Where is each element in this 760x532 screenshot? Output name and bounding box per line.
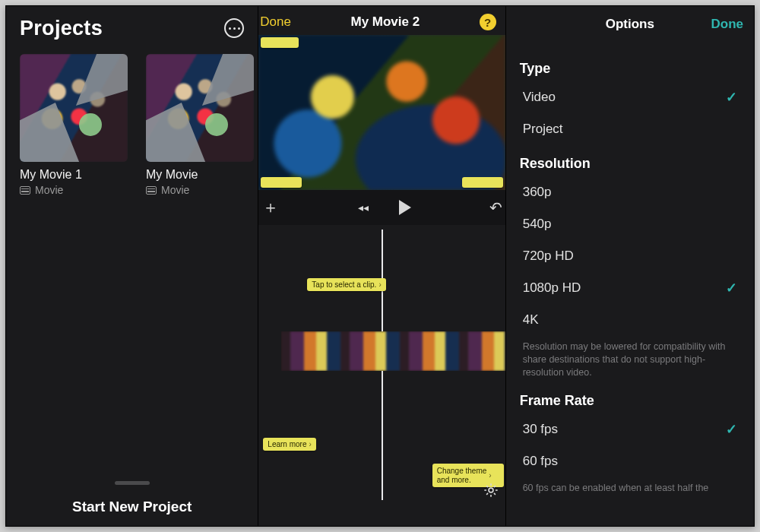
options-panel: Options Done Type Video ✓ Project ✓ Reso… bbox=[506, 6, 754, 526]
movie-icon bbox=[146, 186, 157, 195]
tooltip-learn-more[interactable]: Learn more › bbox=[263, 438, 315, 451]
section-label-type: Type bbox=[506, 56, 754, 81]
project-name: My Movie 1 bbox=[20, 168, 128, 182]
project-item[interactable]: My Movie Movie bbox=[146, 54, 254, 196]
checkmark-icon: ✓ bbox=[726, 421, 737, 438]
checkmark-icon: ✓ bbox=[726, 280, 737, 296]
tooltip-tip[interactable] bbox=[261, 177, 302, 188]
video-preview[interactable] bbox=[258, 35, 505, 190]
option-row-video[interactable]: Video ✓ bbox=[506, 81, 754, 113]
help-icon[interactable]: ? bbox=[480, 14, 496, 30]
section-label-resolution: Resolution bbox=[506, 145, 754, 176]
editor-panel: Done My Movie 2 ? ＋ ◂◂ ↶ Tap to select a… bbox=[258, 6, 505, 526]
tooltip-tip[interactable] bbox=[462, 177, 503, 188]
option-row-4k[interactable]: 4K ✓ bbox=[506, 304, 754, 336]
option-row-540p[interactable]: 540p ✓ bbox=[506, 208, 754, 240]
options-title: Options bbox=[606, 17, 654, 32]
project-type: Movie bbox=[20, 184, 128, 196]
project-name: My Movie bbox=[146, 168, 254, 182]
project-item[interactable]: My Movie 1 Movie bbox=[20, 54, 128, 196]
option-row-30fps[interactable]: 30 fps ✓ bbox=[506, 413, 754, 445]
play-icon[interactable] bbox=[399, 200, 411, 215]
skip-back-icon[interactable]: ◂◂ bbox=[358, 201, 369, 214]
project-thumbnail[interactable] bbox=[146, 54, 254, 162]
chevron-right-icon: › bbox=[489, 471, 491, 480]
project-thumbnail[interactable] bbox=[20, 54, 128, 162]
resolution-note: Resolution may be lowered for compatibil… bbox=[506, 336, 754, 382]
chevron-right-icon: › bbox=[378, 280, 381, 289]
done-button[interactable]: Done bbox=[258, 14, 291, 30]
framerate-note: 60 fps can be enabled when at least half… bbox=[506, 477, 754, 498]
tooltip-select-clip[interactable]: Tap to select a clip. › bbox=[307, 278, 385, 291]
settings-gear-icon[interactable] bbox=[483, 482, 499, 499]
undo-icon[interactable]: ↶ bbox=[489, 198, 502, 217]
projects-panel: Projects My Movie 1 Movie My Mov bbox=[6, 6, 258, 526]
start-new-project-button[interactable]: Start New Project bbox=[6, 499, 258, 515]
transport-bar: ＋ ◂◂ ↶ bbox=[258, 190, 505, 225]
movie-title: My Movie 2 bbox=[350, 14, 420, 30]
option-row-1080p[interactable]: 1080p HD ✓ bbox=[506, 272, 754, 304]
tooltip-tip[interactable] bbox=[261, 37, 299, 48]
section-label-framerate: Frame Rate bbox=[506, 382, 754, 413]
add-media-icon[interactable]: ＋ bbox=[261, 196, 279, 219]
option-row-60fps[interactable]: 60 fps ✓ bbox=[506, 445, 754, 477]
done-button[interactable]: Done bbox=[711, 17, 744, 32]
chevron-right-icon: › bbox=[309, 440, 311, 448]
option-row-360p[interactable]: 360p ✓ bbox=[506, 176, 754, 208]
option-row-720p[interactable]: 720p HD ✓ bbox=[506, 240, 754, 272]
svg-point-0 bbox=[489, 488, 493, 492]
more-icon[interactable] bbox=[224, 18, 244, 38]
option-row-project[interactable]: Project ✓ bbox=[506, 113, 754, 145]
timeline[interactable]: Tap to select a clip. › Learn more › Cha… bbox=[258, 225, 505, 505]
timeline-clip[interactable] bbox=[281, 331, 505, 371]
project-type: Movie bbox=[146, 184, 254, 196]
sheet-grabber[interactable] bbox=[115, 481, 150, 485]
projects-title: Projects bbox=[20, 17, 103, 40]
checkmark-icon: ✓ bbox=[726, 89, 737, 106]
projects-grid: My Movie 1 Movie My Movie Movie bbox=[6, 43, 258, 196]
movie-icon bbox=[20, 186, 30, 195]
